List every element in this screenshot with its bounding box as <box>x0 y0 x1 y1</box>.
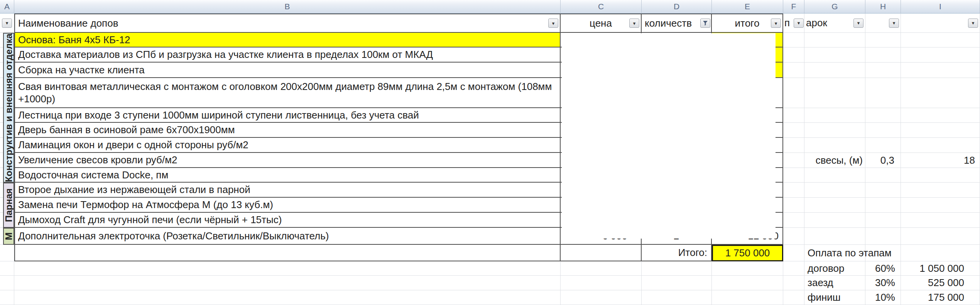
cell <box>642 290 712 305</box>
item-name: Дверь банная в осиновой раме 6х700х1900м… <box>15 124 237 136</box>
column-header-f[interactable]: F <box>783 0 804 14</box>
note-value-cell[interactable]: 0,3 <box>865 153 901 168</box>
cell <box>865 108 901 123</box>
item-name-cell[interactable]: Сборка на участке клиента <box>14 63 561 78</box>
item-name-cell[interactable]: Основа: Баня 4х5 КБ-12 <box>14 33 561 47</box>
cell <box>901 168 980 183</box>
column-header-e[interactable]: E <box>712 0 783 14</box>
item-name-cell[interactable]: Доставка материалов из СПб и разгрузка н… <box>14 47 561 63</box>
payment-percent-cell[interactable]: 10% <box>865 290 901 305</box>
header-f-cell[interactable]: п ▾ <box>783 14 804 33</box>
column-header-c[interactable]: C <box>561 0 642 14</box>
column-header-h[interactable]: H <box>865 0 901 14</box>
filter-dropdown-name-icon[interactable]: ▾ <box>548 19 558 28</box>
cell[interactable] <box>14 245 561 261</box>
group-label-construct[interactable]: Конструктив и внешняя отделка <box>3 33 14 183</box>
payment-stage-cell[interactable]: договор <box>804 261 865 276</box>
item-name-cell[interactable]: Дверь банная в осиновой раме 6х700х1900м… <box>14 123 561 138</box>
cell <box>783 183 804 198</box>
header-total-cell[interactable]: итого ▾ <box>712 14 783 33</box>
cell[interactable] <box>561 245 642 261</box>
grand-total-cell[interactable]: 1 750 000 <box>712 245 783 261</box>
cell <box>712 276 783 290</box>
cell <box>865 213 901 228</box>
item-name-cell[interactable]: Водосточная система Docke, пм <box>14 168 561 183</box>
filter-active-funnel-icon[interactable] <box>700 19 710 28</box>
column-header-g[interactable]: G <box>804 0 865 14</box>
cell <box>712 290 783 305</box>
cell <box>901 78 980 108</box>
header-i-cell[interactable]: ▾ <box>901 14 980 33</box>
cell <box>901 108 980 123</box>
column-header-i[interactable]: I <box>901 0 980 14</box>
cell <box>642 276 712 290</box>
column-header-d[interactable]: D <box>642 0 712 14</box>
table-row: Лестница при входе 3 ступени 1000мм шири… <box>0 108 980 123</box>
header-h-cell[interactable]: ▾ <box>865 14 901 33</box>
payment-stage-cell[interactable]: заезд <box>804 276 865 290</box>
header-g-cell[interactable]: арок ▾ <box>804 14 865 33</box>
cell <box>865 78 901 108</box>
filter-dropdown-total-icon[interactable]: ▾ <box>771 19 781 28</box>
cell-a1: ▾ <box>0 14 14 33</box>
header-qty-cell[interactable]: количеств <box>642 14 712 33</box>
cell <box>14 261 561 276</box>
item-name-cell[interactable]: Свая винтовая металлическая с монтажом с… <box>14 78 561 108</box>
cell <box>561 261 642 276</box>
payment-amount-cell[interactable]: 1 050 000 <box>901 261 980 276</box>
item-name-cell[interactable]: Дополнительная электроточка (Розетка/Све… <box>14 228 561 245</box>
cell <box>865 138 901 153</box>
filter-dropdown-h-icon[interactable]: ▾ <box>889 19 899 28</box>
item-name-cell[interactable]: Лестница при входе 3 ступени 1000мм шири… <box>14 108 561 123</box>
cell <box>0 276 14 290</box>
item-name: Дополнительная электроточка (Розетка/Све… <box>15 230 331 242</box>
filter-dropdown-price-icon[interactable]: ▾ <box>629 19 639 28</box>
cell <box>901 138 980 153</box>
item-name-cell[interactable]: Замена печи Термофор на Атмосфера М (до … <box>14 198 561 213</box>
group-label-construct-text: Конструктив и внешняя отделка <box>3 34 14 182</box>
cell <box>783 153 804 168</box>
payment-amount-cell[interactable]: 525 000 <box>901 276 980 290</box>
cell <box>865 168 901 183</box>
item-name-cell[interactable]: Второе дыхание из нержавеющей стали в па… <box>14 183 561 198</box>
item-name-cell[interactable]: Ламинация окон и двери с одной стороны р… <box>14 138 561 153</box>
header-total-label: итого <box>735 17 760 29</box>
column-header-b[interactable]: B <box>14 0 561 14</box>
filter-dropdown-a-icon[interactable]: ▾ <box>2 19 12 28</box>
column-header-a[interactable]: A <box>0 0 14 14</box>
payment-percent-cell[interactable]: 60% <box>865 261 901 276</box>
column-header-strip: A B C D E F G H I <box>0 0 980 14</box>
note-extra-cell[interactable]: 18 <box>901 153 980 168</box>
note-label-cell[interactable]: свесы, (м) <box>804 153 865 168</box>
header-f-label: п <box>783 17 790 29</box>
payment-row: заезд 30% 525 000 <box>0 276 980 290</box>
group-label-m-text: М <box>3 232 14 240</box>
cell <box>783 33 804 47</box>
payment-stage-cell[interactable]: финиш <box>804 290 865 305</box>
cell <box>804 183 865 198</box>
cell <box>642 261 712 276</box>
filter-dropdown-i-icon[interactable]: ▾ <box>968 19 978 28</box>
payment-percent-cell[interactable]: 30% <box>865 276 901 290</box>
total-label-cell[interactable]: Итого: <box>642 245 712 261</box>
payments-title-cell[interactable]: Оплата по этапам <box>804 245 865 261</box>
header-name-cell[interactable]: Наименование допов ▾ <box>14 14 561 33</box>
payment-amount-cell[interactable]: 175 000 <box>901 290 980 305</box>
filter-dropdown-f-icon[interactable]: ▾ <box>794 19 804 28</box>
item-name-cell[interactable]: Увеличение свесов кровли руб/м2 <box>14 153 561 168</box>
cell <box>783 108 804 123</box>
cell <box>783 228 804 245</box>
cell <box>901 228 980 245</box>
header-price-cell[interactable]: цена ▾ <box>561 14 642 33</box>
filter-dropdown-g-icon[interactable]: ▾ <box>853 19 863 28</box>
cell <box>804 63 865 78</box>
item-name-cell[interactable]: Дымоход Craft для чугунной печи (если чё… <box>14 213 561 228</box>
item-name: Замена печи Термофор на Атмосфера М (до … <box>15 198 275 211</box>
group-label-m[interactable]: М <box>3 228 14 245</box>
table-row: Дверь банная в осиновой раме 6х700х1900м… <box>0 123 980 138</box>
item-name: Лестница при входе 3 ступени 1000мм шири… <box>15 109 421 122</box>
table-row: Сборка на участке клиента <box>0 63 980 78</box>
cell <box>783 47 804 63</box>
group-label-parnaya[interactable]: Парная <box>3 183 14 228</box>
cell <box>804 78 865 108</box>
